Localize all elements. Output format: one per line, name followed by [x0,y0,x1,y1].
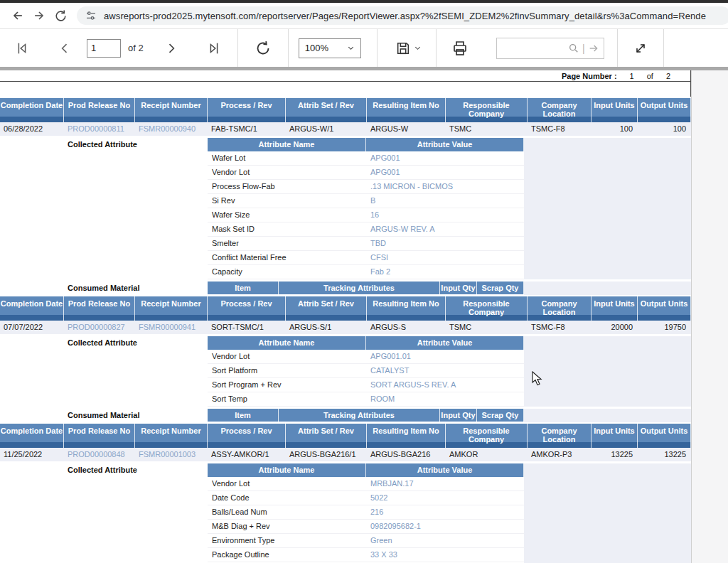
search-input[interactable] [501,40,565,57]
column-header: Responsible Company [446,98,528,122]
detail-cell-company_location: AMKOR-P3 [528,448,592,461]
attribute-name-cell: M&B Diag + Rev [208,520,366,533]
attribute-table: Attribute NameAttribute ValueWafer LotAP… [208,138,524,279]
last-page-icon [206,41,222,56]
attribute-row: Vendor LotMRBJAN.17 [208,477,524,491]
attribute-name-cell: Date Code [208,491,366,505]
attribute-name-cell: Package Outline [208,548,366,562]
detail-cell-attrib_set_rev: ARGUS-BGA216/1 [286,448,367,461]
zoom-value: 100% [305,43,328,53]
column-header: Responsible Company [446,424,528,448]
attribute-row: Wafer LotAPG001 [208,151,524,166]
attribute-name-cell: Si Rev [208,194,366,208]
print-button[interactable] [448,40,472,57]
reload-button[interactable] [50,5,71,26]
column-header: Input Units [592,424,638,448]
attribute-table: Attribute NameAttribute ValueVendor LotM… [208,463,524,563]
attribute-value-cell: ROOM [366,392,524,406]
back-icon [11,9,25,23]
attribute-value-cell: Green [366,534,524,547]
toolbar-separator [288,29,289,67]
attribute-name-cell: Mask Set ID [208,222,366,236]
reload-icon [54,9,68,23]
refresh-report-button[interactable] [251,40,275,57]
consumed-material-section: Consumed MaterialItemTracking Attributes… [0,409,691,422]
column-header: Output Units [638,296,691,321]
detail-cell-completion_date: 11/25/2022 [0,448,64,461]
attribute-value-cell: APG001 [366,151,524,165]
column-header: Receipt Number [135,296,208,321]
detail-cell-resulting_item_no: ARGUS-W [367,122,446,136]
attribute-name-cell: Capacity [208,265,366,279]
attribute-value-cell: 5022 [366,491,524,505]
site-settings-icon [85,10,97,21]
link-cell-receipt_number[interactable]: FSMR00000941 [135,321,208,334]
consumed-left-margin: Consumed Material [0,409,208,422]
attribute-name-cell: Vendor Lot [208,350,366,363]
column-header: Responsible Company [446,296,528,321]
detail-cell-responsible_company: AMKOR [446,448,528,461]
attribute-left-margin: Collected Attribute [0,336,208,407]
detail-cell-process_rev: FAB-TSMC/1 [208,122,286,136]
attribute-value-cell: CFSI [366,251,524,264]
search-box: | [496,38,604,59]
attribute-value-cell: CATALYST [366,364,524,377]
link-cell-prod_release_no[interactable]: PROD00000848 [64,448,135,461]
attribute-table-header: Attribute NameAttribute Value [208,138,524,151]
attribute-value-cell: TBD [366,237,524,250]
column-header: Process / Rev [208,98,286,122]
consumed-material-label: Consumed Material [0,409,208,422]
link-cell-prod_release_no[interactable]: PROD00000827 [64,321,135,334]
attribute-row: SmelterTBD [208,237,524,251]
link-cell-receipt_number[interactable]: FSMR00001003 [135,448,208,461]
attribute-row: Sort PlatformCATALYST [208,364,524,378]
attribute-row: Balls/Lead Num216 [208,505,524,520]
toolbar-separator [237,29,238,67]
column-header: Attrib Set / Rev [286,424,367,448]
link-cell-prod_release_no[interactable]: PROD00000811 [64,122,135,136]
chevron-down-icon [347,44,355,52]
forward-button[interactable] [28,5,50,26]
collected-attribute-label: Collected Attribute [0,138,208,151]
print-icon [451,40,469,57]
attribute-value-cell: .13 MICRON - BICMOS [366,180,524,193]
back-button[interactable] [7,5,28,26]
address-bar[interactable]: awsreports-prod2025.mytensoft.com/report… [77,6,728,25]
detail-cell-company_location: TSMC-F8 [528,122,592,136]
attribute-row: Date Code5022 [208,491,524,505]
page-number-input[interactable] [87,39,121,58]
page-number-of: of [647,72,653,80]
page-count-label: of 2 [128,43,144,53]
attribute-name-cell: Smelter [208,237,366,250]
previous-page-button[interactable] [54,41,75,55]
url-text: awsreports-prod2025.mytensoft.com/report… [104,11,706,21]
consumed-header-cell: Scrap Qty [477,409,524,422]
attribute-header-cell: Attribute Name [208,336,366,350]
link-cell-receipt_number[interactable]: FSMR00000940 [135,122,208,136]
export-save-button[interactable] [393,41,424,56]
attribute-name-cell: Wafer Size [208,208,366,222]
column-header: Company Location [528,296,592,321]
collected-attribute-section: Collected AttributeAttribute NameAttribu… [0,138,691,279]
consumed-header-cell: Item [208,409,279,422]
next-page-button[interactable] [161,41,182,55]
attribute-header-cell: Attribute Value [366,463,524,477]
search-go-icon[interactable] [588,43,599,54]
consumed-header-cell: Scrap Qty [477,282,524,294]
report-toolbar: of 2 100% | [0,29,728,67]
detail-cell-input_units: 13225 [592,448,638,461]
first-page-button[interactable] [10,41,34,56]
detail-row: 07/07/2022PROD00000827FSMR00000941SORT-T… [0,321,691,334]
report-page: Page Number : 1 of 2 Completion DateProd… [0,70,691,563]
attribute-left-margin: Collected Attribute [0,138,208,279]
detail-cell-input_units: 20000 [592,321,638,334]
attribute-row: Wafer Size16 [208,208,524,222]
zoom-select[interactable]: 100% [299,38,361,58]
page-number-current: 1 [630,72,634,80]
fullscreen-button[interactable] [628,41,653,55]
attribute-name-cell: Vendor Lot [208,477,366,490]
attribute-name-cell: Sort Temp [208,392,366,406]
last-page-button[interactable] [202,41,226,56]
detail-cell-company_location: TSMC-F8 [528,321,592,334]
column-header: Completion Date [0,98,64,122]
